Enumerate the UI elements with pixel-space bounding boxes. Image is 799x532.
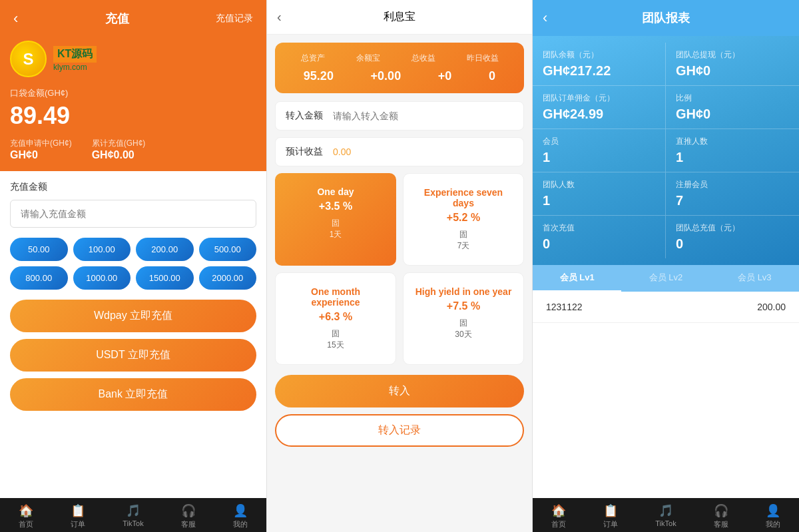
product-seven-days[interactable]: Experience seven days +5.2 % 固 7天 <box>403 173 524 266</box>
member-amount: 200.00 <box>757 302 786 312</box>
tiktok-icon: 🎵 <box>126 503 140 518</box>
stat-value-total-profit: +0 <box>438 69 452 83</box>
team-cell-ratio: 比例 GH¢0 <box>666 86 799 129</box>
team-back-icon[interactable]: ‹ <box>543 9 547 27</box>
transfer-input-label: 转入金额 <box>286 110 323 122</box>
profit-row: 预计收益 0.00 <box>275 137 524 166</box>
amount-btn-1000[interactable]: 1000.00 <box>73 266 131 290</box>
footer-orders[interactable]: 📋 订单 <box>71 503 85 529</box>
tab-lv1[interactable]: 会员 Lv1 <box>533 265 621 292</box>
cumulative-label: 累计充值(GH¢) <box>92 138 146 149</box>
panel-recharge: ‹ 充值 充值记录 S KT源码 klym.com 口袋金额(GH¢) 89.4… <box>0 0 266 532</box>
team-orders-icon: 📋 <box>603 503 618 518</box>
stat-value-yue: +0.00 <box>371 69 401 83</box>
wdpay-button[interactable]: Wdpay 立即充值 <box>10 300 256 332</box>
team-tiktok-icon: 🎵 <box>659 503 673 518</box>
team-title: 团队报表 <box>642 10 690 26</box>
member-id: 1231122 <box>546 302 583 312</box>
home-icon: 🏠 <box>19 503 33 518</box>
product-seven-days-fixed: 固 <box>413 229 513 240</box>
team-home-icon: 🏠 <box>551 503 566 518</box>
team-ratio-value: GH¢0 <box>676 107 789 122</box>
mine-icon: 👤 <box>233 503 248 518</box>
team-footer-home[interactable]: 🏠 首页 <box>551 503 566 529</box>
recharge-record-link[interactable]: 充值记录 <box>216 13 253 25</box>
team-teamcount-label: 团队人数 <box>543 179 655 190</box>
team-totalcharge-label: 团队总充值（元） <box>676 222 789 234</box>
stats-card: 总资产 余额宝 总收益 昨日收益 95.20 +0.00 +0 0 <box>275 43 524 93</box>
team-orders-label: 订单 <box>603 519 618 529</box>
product-one-month-fixed: 固 <box>286 328 386 340</box>
panel1-footer: 🏠 首页 📋 订单 🎵 TikTok 🎧 客服 👤 我的 <box>0 498 266 532</box>
cumulative-value: GH¢0.00 <box>92 149 146 161</box>
tab-lv3[interactable]: 会员 Lv3 <box>710 265 799 292</box>
product-seven-days-rate: +5.2 % <box>413 212 513 224</box>
team-tiktok-label: TikTok <box>655 519 676 527</box>
product-one-month-rate: +6.3 % <box>286 311 386 323</box>
amount-grid: 50.00 100.00 200.00 500.00 800.00 1000.0… <box>10 238 256 290</box>
amount-btn-100[interactable]: 100.00 <box>73 238 131 261</box>
team-firstcharge-value: 0 <box>543 236 655 252</box>
product-one-day[interactable]: One day +3.5 % 固 1天 <box>275 173 396 266</box>
footer-tiktok[interactable]: 🎵 TikTok <box>123 503 143 529</box>
transfer-button[interactable]: 转入 <box>275 375 524 407</box>
stats-values-row: 95.20 +0.00 +0 0 <box>285 69 514 83</box>
recharge-title: 充值 <box>105 11 129 27</box>
amount-btn-200[interactable]: 200.00 <box>136 238 194 261</box>
usdt-button[interactable]: USDT 立即充值 <box>10 339 256 372</box>
amount-btn-1500[interactable]: 1500.00 <box>136 266 194 290</box>
footer-service[interactable]: 🎧 客服 <box>181 503 196 529</box>
product-one-year[interactable]: High yield in one year +7.5 % 固 30天 <box>403 272 524 365</box>
tab-lv2[interactable]: 会员 Lv2 <box>621 265 710 292</box>
member-tabs: 会员 Lv1 会员 Lv2 会员 Lv3 <box>533 265 799 292</box>
amount-btn-2000[interactable]: 2000.00 <box>199 266 257 290</box>
team-member-value: 1 <box>543 150 655 165</box>
team-footer-service[interactable]: 🎧 客服 <box>714 503 728 529</box>
service-label: 客服 <box>181 519 196 529</box>
team-footer-orders[interactable]: 📋 订单 <box>603 503 618 529</box>
stat-value-yesterday: 0 <box>489 69 495 83</box>
amount-btn-500[interactable]: 500.00 <box>199 238 257 261</box>
product-one-day-name: One day <box>285 186 386 197</box>
footer-home[interactable]: 🏠 首页 <box>19 503 33 529</box>
footer-mine[interactable]: 👤 我的 <box>233 503 248 529</box>
team-balance-label: 团队余额（元） <box>543 49 655 61</box>
amount-input[interactable] <box>10 200 256 228</box>
panel-team-report: ‹ 团队报表 团队余额（元） GH¢217.22 团队总提现（元） GH¢0 团… <box>533 0 799 532</box>
team-header: ‹ 团队报表 <box>533 0 799 36</box>
product-one-day-days: 1天 <box>285 229 386 240</box>
team-totalcharge-value: 0 <box>676 236 789 252</box>
team-home-label: 首页 <box>551 519 566 529</box>
product-seven-days-days: 7天 <box>413 240 513 252</box>
balance-label: 口袋金额(GH¢) <box>10 87 256 99</box>
team-cell-commission: 团队订单佣金（元） GH¢24.99 <box>533 86 666 129</box>
product-seven-days-name: Experience seven days <box>413 187 513 208</box>
pending-value: GH¢0 <box>10 149 72 161</box>
transfer-record-button[interactable]: 转入记录 <box>275 414 524 447</box>
product-one-year-rate: +7.5 % <box>413 300 513 312</box>
product-one-month-days: 15天 <box>286 340 386 351</box>
team-balance-value: GH¢217.22 <box>543 63 655 79</box>
product-one-day-fixed: 固 <box>285 218 386 229</box>
member-row: 1231122 200.00 <box>533 292 799 323</box>
product-one-day-rate: +3.5 % <box>285 200 386 212</box>
team-footer-mine[interactable]: 👤 我的 <box>766 503 780 529</box>
team-mine-icon: 👤 <box>766 503 780 518</box>
recharge-header: ‹ 充值 充值记录 <box>0 0 266 37</box>
product-one-year-days: 30天 <box>413 329 513 340</box>
team-footer-tiktok[interactable]: 🎵 TikTok <box>655 503 676 529</box>
product-one-year-name: High yield in one year <box>413 286 513 297</box>
back-icon[interactable]: ‹ <box>13 10 18 27</box>
team-cell-teamcount: 团队人数 1 <box>533 172 666 216</box>
stat-label-yesterday: 昨日收益 <box>467 53 499 64</box>
amount-btn-50[interactable]: 50.00 <box>10 238 68 261</box>
bank-button[interactable]: Bank 立即充值 <box>10 378 256 411</box>
amount-btn-800[interactable]: 800.00 <box>10 266 68 290</box>
team-service-icon: 🎧 <box>714 503 728 518</box>
product-one-month[interactable]: One month experience +6.3 % 固 15天 <box>275 272 396 365</box>
products-grid: One day +3.5 % 固 1天 Experience seven day… <box>275 173 524 365</box>
interest-title: 利息宝 <box>384 10 415 24</box>
logo-circle: S <box>10 41 47 77</box>
transfer-input[interactable] <box>333 111 513 121</box>
interest-back-icon[interactable]: ‹ <box>277 9 282 25</box>
